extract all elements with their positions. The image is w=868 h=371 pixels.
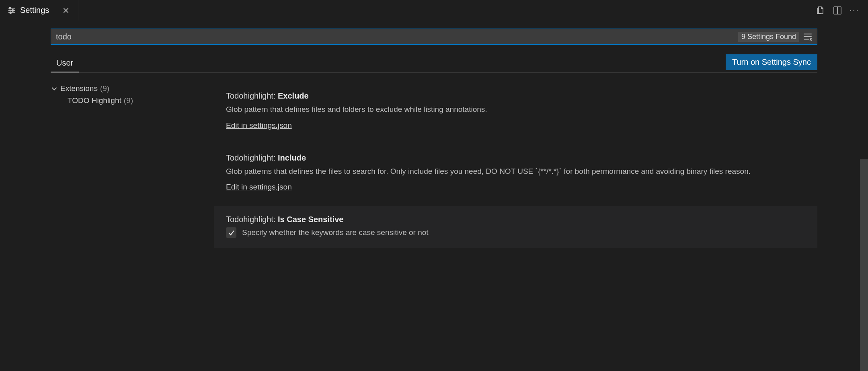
svg-point-4 [12, 9, 14, 11]
toc-todo-highlight[interactable]: TODO Highlight (9) [51, 95, 209, 107]
toc-extensions-label: Extensions [60, 84, 98, 93]
scope-tab-user[interactable]: User [51, 55, 79, 72]
setting-description: Glob patterns that defines the files to … [226, 166, 805, 177]
toc-extensions-count: (9) [100, 84, 109, 93]
open-changes-icon[interactable] [816, 6, 825, 15]
edit-in-settings-json-link[interactable]: Edit in settings.json [226, 183, 292, 191]
settings-found-count: 9 Settings Found [738, 32, 799, 42]
tab-close-button[interactable] [61, 6, 71, 15]
settings-search: 9 Settings Found [51, 29, 817, 45]
more-actions-icon[interactable]: ··· [850, 5, 859, 16]
settings-search-input[interactable] [55, 30, 738, 44]
filter-settings-icon[interactable] [802, 31, 813, 42]
settings-toc: Extensions (9) TODO Highlight (9) [0, 82, 209, 252]
settings-list: Todohighlight: Exclude Glob pattern that… [209, 82, 868, 252]
setting-todohighlight-exclude: Todohighlight: Exclude Glob pattern that… [214, 82, 817, 140]
setting-title: Todohighlight: Is Case Sensitive [226, 215, 805, 224]
toc-todo-highlight-count: (9) [124, 96, 133, 105]
svg-point-3 [9, 7, 11, 9]
edit-in-settings-json-link[interactable]: Edit in settings.json [226, 121, 292, 130]
setting-title: Todohighlight: Include [226, 153, 805, 163]
setting-todohighlight-include: Todohighlight: Include Glob patterns tha… [214, 144, 817, 202]
toc-extensions[interactable]: Extensions (9) [51, 82, 209, 95]
is-case-sensitive-checkbox[interactable] [226, 227, 236, 238]
setting-title: Todohighlight: Exclude [226, 91, 805, 101]
setting-todohighlight-is-case-sensitive: Todohighlight: Is Case Sensitive Specify… [214, 206, 817, 248]
toc-todo-highlight-label: TODO Highlight [68, 96, 121, 105]
chevron-down-icon [51, 85, 58, 92]
settings-tab-icon [7, 6, 16, 15]
settings-header: 9 Settings Found User Turn on Settings S… [0, 21, 868, 73]
setting-description: Glob pattern that defines files and fold… [226, 104, 805, 115]
checkbox-label: Specify whether the keywords are case se… [242, 228, 429, 237]
svg-point-5 [10, 12, 11, 13]
settings-scope-tabs: User [51, 55, 79, 72]
tab-title: Settings [20, 6, 49, 15]
tab-settings[interactable]: Settings [0, 0, 78, 21]
editor-tab-bar: Settings ··· [0, 0, 868, 21]
scrollbar[interactable] [860, 159, 868, 371]
turn-on-settings-sync-button[interactable]: Turn on Settings Sync [726, 54, 817, 70]
split-editor-icon[interactable] [833, 6, 842, 15]
